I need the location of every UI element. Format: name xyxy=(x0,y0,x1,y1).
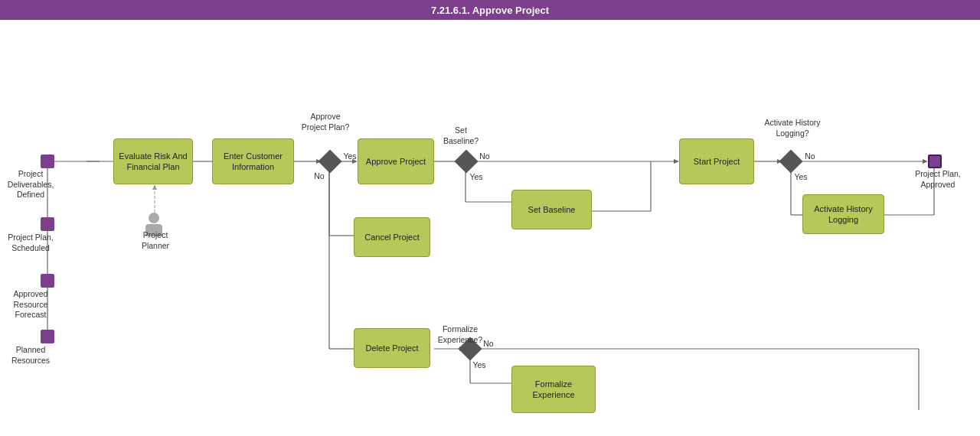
formalize-experience-node[interactable]: Formalize Experience xyxy=(511,366,596,413)
label-planned-resources: Planned Resources xyxy=(4,345,57,366)
evaluate-risk-node[interactable]: Evaluate Risk And Financial Plan xyxy=(113,138,193,184)
start-event-plan-scheduled xyxy=(41,217,54,231)
label-no-1: No xyxy=(312,171,327,182)
label-no-2: No xyxy=(477,151,492,162)
label-yes-1: Yes xyxy=(342,151,358,162)
label-gateway-approve-plan: Approve Project Plan? xyxy=(299,112,352,132)
gateway-activate-history xyxy=(779,149,802,173)
end-event-project-plan-approved xyxy=(928,155,942,168)
svg-marker-42 xyxy=(152,184,157,190)
svg-marker-38 xyxy=(923,159,928,164)
approve-project-node[interactable]: Approve Project xyxy=(358,138,434,184)
label-gateway-formalize: Formalize Experience? xyxy=(433,324,487,345)
label-deliverables: Project Deliverables, Defined xyxy=(4,169,57,200)
label-yes-3: Yes xyxy=(793,172,808,183)
enter-customer-node[interactable]: Enter Customer Information xyxy=(212,138,294,184)
label-yes-4: Yes xyxy=(472,360,487,371)
label-approved-resource: Approved Resource Forecast xyxy=(4,289,57,320)
label-yes-2: Yes xyxy=(469,172,484,183)
start-event-planned-resources xyxy=(41,330,54,343)
start-project-node[interactable]: Start Project xyxy=(679,138,754,184)
label-plan-scheduled: Project Plan, Scheduled xyxy=(4,233,57,253)
label-no-3: No xyxy=(802,151,818,162)
diagram-canvas: Project Deliverables, Defined Project Pl… xyxy=(0,20,980,436)
start-event-approved-resource xyxy=(41,274,54,288)
label-project-plan-approved: Project Plan, Approved xyxy=(907,169,969,190)
start-event-deliverables xyxy=(41,155,54,168)
activate-history-node[interactable]: Activate History Logging xyxy=(802,194,884,234)
cancel-project-node[interactable]: Cancel Project xyxy=(354,217,430,257)
label-gateway-activate-history: Activate History Logging? xyxy=(762,118,823,138)
label-no-4: No xyxy=(481,339,496,350)
label-gateway-set-baseline: Set Baseline? xyxy=(438,125,484,146)
delete-project-node[interactable]: Delete Project xyxy=(354,328,430,368)
label-project-planner: Project Planner xyxy=(129,230,182,251)
gateway-set-baseline xyxy=(454,149,478,173)
page-title: 7.21.6.1. Approve Project xyxy=(0,0,980,20)
set-baseline-node[interactable]: Set Baseline xyxy=(511,190,592,229)
gateway-approve-plan xyxy=(318,149,341,173)
svg-marker-13 xyxy=(674,159,679,164)
